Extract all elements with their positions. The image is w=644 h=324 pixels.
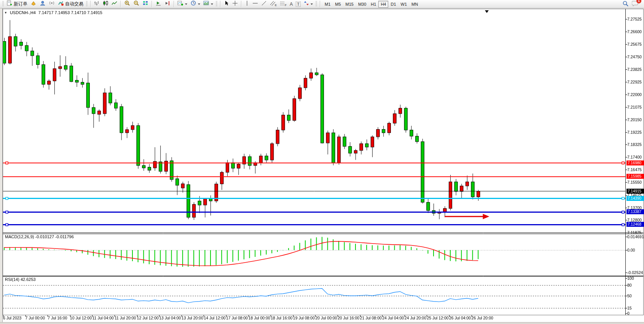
macd-tick-label: 0.00 (627, 248, 635, 252)
toolbar-right-group: 1 (622, 0, 642, 8)
new-order-button[interactable]: 新订单 (5, 0, 29, 8)
text-tool[interactable]: A (289, 0, 294, 8)
time-axis-label: 7 Jul 00:00 (26, 316, 45, 320)
timeframe-M5[interactable]: M5 (333, 1, 343, 8)
toolbar-grip[interactable] (2, 1, 4, 7)
toolbar-grip[interactable] (216, 1, 217, 7)
periods-button[interactable] (189, 0, 201, 8)
new-order-icon (6, 0, 13, 8)
toolbar-separator (120, 1, 121, 7)
broadcast-button[interactable] (48, 0, 56, 8)
candle-chart-button[interactable] (102, 0, 110, 8)
toolbar-separator (241, 1, 242, 7)
price-tick-label: 7.12800 (627, 218, 642, 222)
price-tick-label: 7.17400 (627, 155, 642, 159)
price-tick-label: 7.11875 (627, 230, 641, 235)
time-axis-label: 6 Jul 2023 (3, 316, 21, 320)
price-chart-canvas[interactable] (0, 8, 644, 324)
chevron-down-icon (185, 3, 187, 5)
community-button[interactable] (38, 0, 47, 8)
timeframe-M1[interactable]: M1 (322, 1, 333, 8)
timeframe-W1[interactable]: W1 (399, 1, 410, 8)
price-line-label: 7.16980 (626, 160, 644, 165)
rsi-tick-label: 0 (627, 311, 630, 316)
timeframe-H4[interactable]: H4 (378, 1, 388, 8)
rsi-tick-label: 100 (627, 276, 634, 281)
rsi-tick-label: 15 (627, 306, 632, 310)
window-left-edge (0, 8, 3, 322)
price-tick-label: 7.22925 (627, 80, 642, 84)
cursor-icon (224, 0, 229, 8)
zoom-in-button[interactable] (123, 0, 131, 8)
crosshair-icon (232, 0, 238, 8)
timeframe-M30[interactable]: M30 (356, 1, 368, 8)
template-icon (203, 0, 209, 8)
tile-windows-icon (142, 0, 148, 8)
zoom-out-button[interactable] (132, 0, 140, 8)
time-axis-label: 17 Jul 08:00 (226, 316, 248, 320)
new-order-label: 新订单 (14, 1, 27, 7)
price-tick-label: 7.20150 (627, 117, 642, 122)
cursor-button[interactable] (223, 0, 230, 8)
clock-icon (190, 0, 196, 8)
horizontal-line-icon (252, 0, 258, 8)
candle-chart-icon (103, 0, 108, 8)
crosshair-button[interactable] (231, 0, 239, 8)
templates-button[interactable] (202, 0, 214, 8)
chart-shift-button[interactable] (163, 0, 172, 8)
time-axis-label: 20 Jul 16:00 (338, 316, 359, 320)
tile-windows-button[interactable] (141, 0, 150, 8)
time-axis-label: 20 Jul 00:00 (315, 316, 337, 320)
indicators-button[interactable] (176, 0, 188, 8)
chart-shift-icon (164, 0, 171, 8)
price-tick-label: 7.22000 (627, 92, 642, 97)
time-axis-label: 26 Jul 04:00 (449, 316, 471, 320)
price-tick-label: 7.25675 (627, 42, 642, 47)
macd-indicator-label: MACD(12,26,9) -0.010127 -0.011796 (5, 234, 74, 239)
time-axis-label: 19 Jul 08:00 (293, 316, 315, 320)
price-line-label: 7.13387 (626, 209, 644, 214)
arrows-tool[interactable] (303, 0, 314, 8)
autoscroll-button[interactable] (154, 0, 163, 8)
timeframe-H1[interactable]: H1 (368, 1, 378, 8)
timeframe-M15[interactable]: M15 (343, 1, 356, 8)
broadcast-icon (49, 0, 55, 8)
channel-tool[interactable]: E (269, 0, 278, 8)
line-chart-button[interactable] (110, 0, 118, 8)
symbol-period-label: USDCNH-,H4 (10, 10, 36, 15)
timeframe-D1[interactable]: D1 (388, 1, 398, 8)
bar-chart-button[interactable] (93, 0, 101, 8)
price-tick-label: 7.19225 (627, 130, 642, 135)
toolbar-grip[interactable] (316, 1, 317, 7)
autotrading-button[interactable]: 自动交易 (57, 0, 84, 8)
arrows-icon (304, 0, 309, 8)
chart-window: ▼ USDCNH-,H4 7.14717 7.14953 7.14710 7.1… (0, 8, 644, 324)
funds-button[interactable] (29, 0, 38, 8)
fibonacci-tool[interactable]: F (279, 0, 288, 8)
price-tick-label: 7.26600 (627, 29, 642, 34)
symbol-dropdown-toggle[interactable]: ▼ (4, 11, 7, 14)
search-icon[interactable] (622, 0, 629, 8)
price-line-label: 7.15985 (626, 174, 644, 179)
horizontal-line-tool[interactable] (251, 0, 259, 8)
time-axis-label: 12 Jul 12:00 (137, 316, 159, 320)
price-tick-label: 7.21075 (627, 105, 642, 109)
channel-letter: E (275, 3, 277, 7)
price-tick-label: 7.27525 (627, 17, 642, 21)
toolbar-separator (90, 1, 91, 7)
vertical-line-tool[interactable] (244, 0, 250, 8)
autotrading-icon (58, 0, 64, 8)
toolbar-separator (320, 1, 320, 7)
time-axis-label: 24 Jul 04:00 (382, 316, 404, 320)
text-label-tool[interactable]: T (295, 0, 302, 8)
community-person-icon (40, 0, 46, 8)
toolbar-separator (174, 1, 174, 7)
timeframe-MN[interactable]: MN (409, 1, 420, 8)
trendline-tool[interactable] (260, 0, 268, 8)
toolbar-grip[interactable] (86, 1, 88, 7)
macd-tick-label: 0.014691 (627, 234, 644, 239)
time-axis-label: 14 Jul 12:00 (204, 316, 225, 320)
macd-tick-label: -0.02524 (627, 270, 643, 275)
price-tick-label: 7.24750 (627, 55, 642, 59)
notifications-button[interactable]: 1 (632, 0, 639, 8)
